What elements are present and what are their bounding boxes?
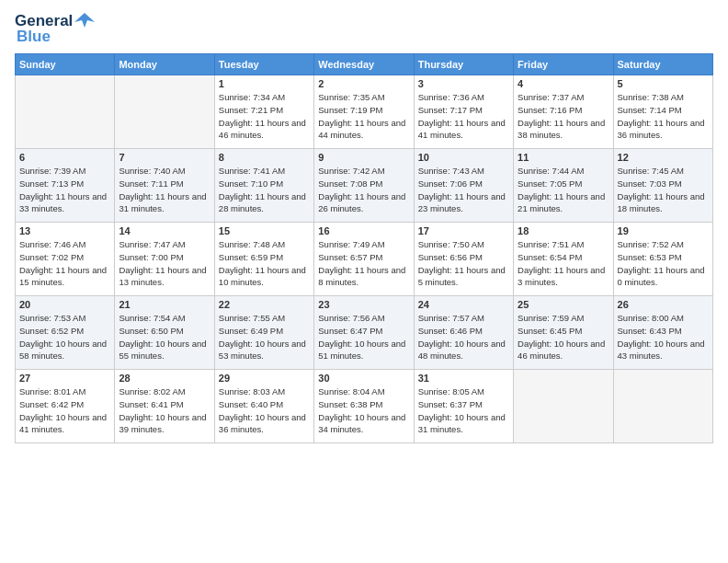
- cell-info: Sunrise: 7:48 AM: [219, 238, 310, 251]
- cell-info: Sunrise: 7:59 AM: [518, 312, 609, 325]
- cell-info: Daylight: 11 hours and 41 minutes.: [418, 117, 509, 143]
- col-header-tuesday: Tuesday: [214, 54, 313, 75]
- cell-info: Sunset: 6:52 PM: [19, 325, 110, 338]
- day-number: 10: [418, 152, 509, 163]
- cell-info: Sunset: 6:59 PM: [219, 251, 310, 264]
- cell-info: Daylight: 11 hours and 33 minutes.: [19, 190, 110, 216]
- calendar-cell: 6Sunrise: 7:39 AMSunset: 7:13 PMDaylight…: [16, 149, 115, 223]
- cell-info: Sunset: 7:13 PM: [19, 178, 110, 190]
- cell-info: Sunrise: 7:36 AM: [418, 91, 509, 104]
- cell-info: Sunset: 6:57 PM: [318, 251, 409, 264]
- day-number: 23: [318, 299, 409, 310]
- cell-info: Daylight: 10 hours and 43 minutes.: [618, 338, 709, 363]
- cell-info: Sunset: 7:03 PM: [618, 178, 709, 190]
- cell-info: Sunset: 6:46 PM: [418, 325, 509, 338]
- calendar-cell: 10Sunrise: 7:43 AMSunset: 7:06 PMDayligh…: [414, 149, 513, 223]
- calendar-cell: [514, 370, 613, 443]
- cell-info: Sunset: 7:00 PM: [119, 251, 210, 264]
- day-number: 1: [219, 78, 310, 89]
- cell-info: Daylight: 10 hours and 55 minutes.: [119, 338, 210, 363]
- day-number: 22: [219, 299, 310, 310]
- calendar-cell: 14Sunrise: 7:47 AMSunset: 7:00 PMDayligh…: [115, 223, 214, 296]
- cell-info: Sunrise: 8:05 AM: [418, 385, 509, 398]
- calendar-cell: 3Sunrise: 7:36 AMSunset: 7:17 PMDaylight…: [414, 75, 513, 149]
- cell-info: Daylight: 10 hours and 31 minutes.: [418, 411, 509, 437]
- day-number: 11: [518, 152, 609, 163]
- day-number: 2: [318, 78, 409, 89]
- cell-info: Sunset: 7:14 PM: [618, 104, 709, 117]
- day-number: 16: [318, 225, 409, 236]
- calendar-cell: 18Sunrise: 7:51 AMSunset: 6:54 PMDayligh…: [514, 223, 613, 296]
- cell-info: Daylight: 10 hours and 46 minutes.: [518, 338, 609, 363]
- day-number: 27: [19, 373, 110, 384]
- day-number: 8: [219, 152, 310, 163]
- cell-info: Sunset: 7:19 PM: [318, 104, 409, 117]
- calendar-cell: 22Sunrise: 7:55 AMSunset: 6:49 PMDayligh…: [214, 296, 313, 370]
- col-header-monday: Monday: [115, 54, 214, 75]
- logo: General Blue: [15, 11, 95, 46]
- cell-info: Daylight: 11 hours and 36 minutes.: [618, 117, 709, 143]
- day-number: 3: [418, 78, 509, 89]
- cell-info: Sunrise: 7:43 AM: [418, 165, 509, 178]
- cell-info: Sunrise: 7:56 AM: [318, 312, 409, 325]
- cell-info: Daylight: 11 hours and 21 minutes.: [518, 190, 609, 216]
- calendar-cell: 7Sunrise: 7:40 AMSunset: 7:11 PMDaylight…: [115, 149, 214, 223]
- cell-info: Sunrise: 7:46 AM: [19, 238, 110, 251]
- calendar-cell: 9Sunrise: 7:42 AMSunset: 7:08 PMDaylight…: [314, 149, 414, 223]
- cell-info: Daylight: 11 hours and 44 minutes.: [318, 117, 409, 143]
- calendar-cell: 8Sunrise: 7:41 AMSunset: 7:10 PMDaylight…: [214, 149, 313, 223]
- day-number: 9: [318, 152, 409, 163]
- cell-info: Sunrise: 7:37 AM: [518, 91, 609, 104]
- calendar-cell: 25Sunrise: 7:59 AMSunset: 6:45 PMDayligh…: [514, 296, 613, 370]
- svg-marker-0: [74, 13, 95, 28]
- col-header-thursday: Thursday: [414, 54, 513, 75]
- cell-info: Sunset: 6:42 PM: [19, 398, 110, 411]
- calendar-cell: 2Sunrise: 7:35 AMSunset: 7:19 PMDaylight…: [314, 75, 414, 149]
- cell-info: Sunset: 7:02 PM: [19, 251, 110, 264]
- day-number: 5: [618, 78, 709, 89]
- cell-info: Sunrise: 8:02 AM: [119, 385, 210, 398]
- col-header-saturday: Saturday: [613, 54, 712, 75]
- cell-info: Sunset: 7:16 PM: [518, 104, 609, 117]
- col-header-wednesday: Wednesday: [314, 54, 414, 75]
- cell-info: Daylight: 11 hours and 0 minutes.: [618, 264, 709, 290]
- calendar-week-4: 20Sunrise: 7:53 AMSunset: 6:52 PMDayligh…: [16, 296, 713, 370]
- day-number: 19: [618, 225, 709, 236]
- calendar-cell: 12Sunrise: 7:45 AMSunset: 7:03 PMDayligh…: [613, 149, 712, 223]
- day-number: 6: [19, 152, 110, 163]
- cell-info: Sunset: 7:10 PM: [219, 178, 310, 190]
- cell-info: Sunset: 6:54 PM: [518, 251, 609, 264]
- cell-info: Daylight: 10 hours and 36 minutes.: [219, 411, 310, 437]
- cell-info: Sunrise: 7:39 AM: [19, 165, 110, 178]
- cell-info: Sunset: 6:56 PM: [418, 251, 509, 264]
- cell-info: Sunset: 6:50 PM: [119, 325, 210, 338]
- cell-info: Sunrise: 7:40 AM: [119, 165, 210, 178]
- day-number: 29: [219, 373, 310, 384]
- cell-info: Sunrise: 7:54 AM: [119, 312, 210, 325]
- cell-info: Daylight: 11 hours and 28 minutes.: [219, 190, 310, 216]
- cell-info: Sunrise: 8:01 AM: [19, 385, 110, 398]
- calendar-cell: [16, 75, 115, 149]
- calendar-cell: 5Sunrise: 7:38 AMSunset: 7:14 PMDaylight…: [613, 75, 712, 149]
- cell-info: Sunset: 6:41 PM: [119, 398, 210, 411]
- cell-info: Daylight: 10 hours and 51 minutes.: [318, 338, 409, 363]
- calendar-cell: 21Sunrise: 7:54 AMSunset: 6:50 PMDayligh…: [115, 296, 214, 370]
- cell-info: Sunset: 6:45 PM: [518, 325, 609, 338]
- cell-info: Sunrise: 7:57 AM: [418, 312, 509, 325]
- day-number: 7: [119, 152, 210, 163]
- day-number: 28: [119, 373, 210, 384]
- calendar-cell: 27Sunrise: 8:01 AMSunset: 6:42 PMDayligh…: [16, 370, 115, 443]
- day-number: 12: [618, 152, 709, 163]
- cell-info: Sunrise: 7:38 AM: [618, 91, 709, 104]
- cell-info: Daylight: 11 hours and 23 minutes.: [418, 190, 509, 216]
- cell-info: Daylight: 11 hours and 13 minutes.: [119, 264, 210, 290]
- cell-info: Daylight: 10 hours and 34 minutes.: [318, 411, 409, 437]
- day-number: 4: [518, 78, 609, 89]
- cell-info: Sunrise: 7:44 AM: [518, 165, 609, 178]
- cell-info: Daylight: 11 hours and 38 minutes.: [518, 117, 609, 143]
- cell-info: Sunset: 7:17 PM: [418, 104, 509, 117]
- col-header-sunday: Sunday: [16, 54, 115, 75]
- day-number: 15: [219, 225, 310, 236]
- cell-info: Sunrise: 7:49 AM: [318, 238, 409, 251]
- calendar-cell: 16Sunrise: 7:49 AMSunset: 6:57 PMDayligh…: [314, 223, 414, 296]
